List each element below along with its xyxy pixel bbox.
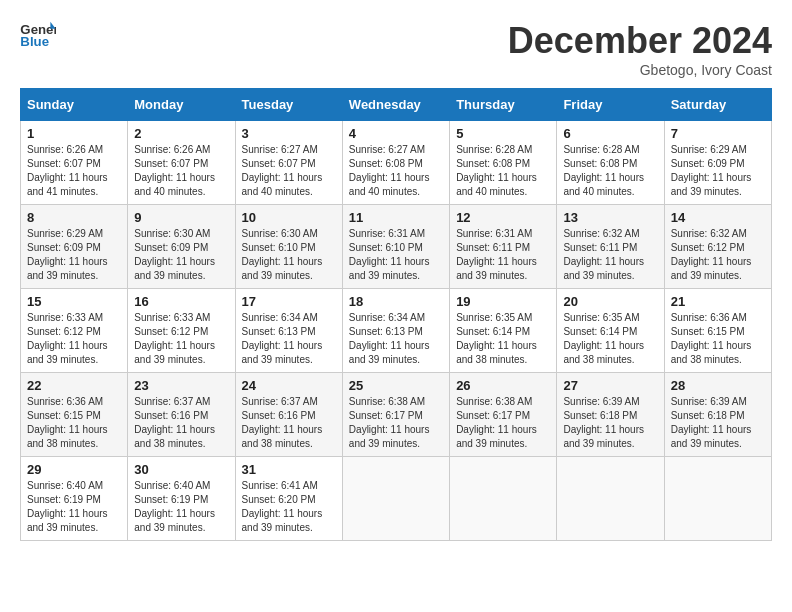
table-row: 20Sunrise: 6:35 AM Sunset: 6:14 PM Dayli…	[557, 289, 664, 373]
day-info: Sunrise: 6:37 AM Sunset: 6:16 PM Dayligh…	[242, 395, 336, 451]
table-row: 28Sunrise: 6:39 AM Sunset: 6:18 PM Dayli…	[664, 373, 771, 457]
col-thursday: Thursday	[450, 89, 557, 121]
day-info: Sunrise: 6:36 AM Sunset: 6:15 PM Dayligh…	[27, 395, 121, 451]
day-info: Sunrise: 6:40 AM Sunset: 6:19 PM Dayligh…	[27, 479, 121, 535]
day-number: 3	[242, 126, 336, 141]
day-number: 20	[563, 294, 657, 309]
table-row: 29Sunrise: 6:40 AM Sunset: 6:19 PM Dayli…	[21, 457, 128, 541]
day-info: Sunrise: 6:27 AM Sunset: 6:07 PM Dayligh…	[242, 143, 336, 199]
day-info: Sunrise: 6:39 AM Sunset: 6:18 PM Dayligh…	[563, 395, 657, 451]
day-number: 17	[242, 294, 336, 309]
table-row: 27Sunrise: 6:39 AM Sunset: 6:18 PM Dayli…	[557, 373, 664, 457]
table-row: 1Sunrise: 6:26 AM Sunset: 6:07 PM Daylig…	[21, 121, 128, 205]
day-number: 14	[671, 210, 765, 225]
table-row: 7Sunrise: 6:29 AM Sunset: 6:09 PM Daylig…	[664, 121, 771, 205]
day-number: 22	[27, 378, 121, 393]
table-row: 6Sunrise: 6:28 AM Sunset: 6:08 PM Daylig…	[557, 121, 664, 205]
day-number: 28	[671, 378, 765, 393]
day-info: Sunrise: 6:39 AM Sunset: 6:18 PM Dayligh…	[671, 395, 765, 451]
day-info: Sunrise: 6:35 AM Sunset: 6:14 PM Dayligh…	[563, 311, 657, 367]
day-info: Sunrise: 6:37 AM Sunset: 6:16 PM Dayligh…	[134, 395, 228, 451]
day-number: 9	[134, 210, 228, 225]
day-info: Sunrise: 6:41 AM Sunset: 6:20 PM Dayligh…	[242, 479, 336, 535]
day-number: 7	[671, 126, 765, 141]
table-row: 31Sunrise: 6:41 AM Sunset: 6:20 PM Dayli…	[235, 457, 342, 541]
day-info: Sunrise: 6:28 AM Sunset: 6:08 PM Dayligh…	[563, 143, 657, 199]
day-number: 10	[242, 210, 336, 225]
col-wednesday: Wednesday	[342, 89, 449, 121]
calendar-table: Sunday Monday Tuesday Wednesday Thursday…	[20, 88, 772, 541]
table-row: 17Sunrise: 6:34 AM Sunset: 6:13 PM Dayli…	[235, 289, 342, 373]
table-row: 2Sunrise: 6:26 AM Sunset: 6:07 PM Daylig…	[128, 121, 235, 205]
day-number: 24	[242, 378, 336, 393]
table-row: 11Sunrise: 6:31 AM Sunset: 6:10 PM Dayli…	[342, 205, 449, 289]
calendar-week-row: 8Sunrise: 6:29 AM Sunset: 6:09 PM Daylig…	[21, 205, 772, 289]
calendar-week-row: 22Sunrise: 6:36 AM Sunset: 6:15 PM Dayli…	[21, 373, 772, 457]
table-row	[450, 457, 557, 541]
table-row: 13Sunrise: 6:32 AM Sunset: 6:11 PM Dayli…	[557, 205, 664, 289]
day-number: 31	[242, 462, 336, 477]
logo: General Blue	[20, 20, 56, 50]
table-row: 12Sunrise: 6:31 AM Sunset: 6:11 PM Dayli…	[450, 205, 557, 289]
day-info: Sunrise: 6:29 AM Sunset: 6:09 PM Dayligh…	[27, 227, 121, 283]
table-row	[664, 457, 771, 541]
calendar-week-row: 15Sunrise: 6:33 AM Sunset: 6:12 PM Dayli…	[21, 289, 772, 373]
day-number: 18	[349, 294, 443, 309]
calendar-week-row: 29Sunrise: 6:40 AM Sunset: 6:19 PM Dayli…	[21, 457, 772, 541]
table-row: 16Sunrise: 6:33 AM Sunset: 6:12 PM Dayli…	[128, 289, 235, 373]
day-number: 2	[134, 126, 228, 141]
table-row	[557, 457, 664, 541]
day-number: 26	[456, 378, 550, 393]
calendar-week-row: 1Sunrise: 6:26 AM Sunset: 6:07 PM Daylig…	[21, 121, 772, 205]
day-info: Sunrise: 6:31 AM Sunset: 6:10 PM Dayligh…	[349, 227, 443, 283]
table-row: 15Sunrise: 6:33 AM Sunset: 6:12 PM Dayli…	[21, 289, 128, 373]
location: Gbetogo, Ivory Coast	[508, 62, 772, 78]
day-info: Sunrise: 6:38 AM Sunset: 6:17 PM Dayligh…	[456, 395, 550, 451]
col-sunday: Sunday	[21, 89, 128, 121]
day-number: 6	[563, 126, 657, 141]
title-area: December 2024 Gbetogo, Ivory Coast	[508, 20, 772, 78]
day-number: 5	[456, 126, 550, 141]
day-number: 15	[27, 294, 121, 309]
col-friday: Friday	[557, 89, 664, 121]
day-number: 16	[134, 294, 228, 309]
day-number: 25	[349, 378, 443, 393]
day-info: Sunrise: 6:26 AM Sunset: 6:07 PM Dayligh…	[134, 143, 228, 199]
month-title: December 2024	[508, 20, 772, 62]
day-info: Sunrise: 6:32 AM Sunset: 6:12 PM Dayligh…	[671, 227, 765, 283]
table-row: 30Sunrise: 6:40 AM Sunset: 6:19 PM Dayli…	[128, 457, 235, 541]
day-info: Sunrise: 6:35 AM Sunset: 6:14 PM Dayligh…	[456, 311, 550, 367]
day-number: 30	[134, 462, 228, 477]
day-info: Sunrise: 6:38 AM Sunset: 6:17 PM Dayligh…	[349, 395, 443, 451]
day-number: 11	[349, 210, 443, 225]
day-info: Sunrise: 6:26 AM Sunset: 6:07 PM Dayligh…	[27, 143, 121, 199]
day-number: 4	[349, 126, 443, 141]
day-number: 27	[563, 378, 657, 393]
logo-icon: General Blue	[20, 20, 56, 50]
day-number: 1	[27, 126, 121, 141]
table-row: 26Sunrise: 6:38 AM Sunset: 6:17 PM Dayli…	[450, 373, 557, 457]
day-number: 21	[671, 294, 765, 309]
day-info: Sunrise: 6:31 AM Sunset: 6:11 PM Dayligh…	[456, 227, 550, 283]
day-number: 19	[456, 294, 550, 309]
day-info: Sunrise: 6:32 AM Sunset: 6:11 PM Dayligh…	[563, 227, 657, 283]
day-info: Sunrise: 6:30 AM Sunset: 6:09 PM Dayligh…	[134, 227, 228, 283]
table-row: 4Sunrise: 6:27 AM Sunset: 6:08 PM Daylig…	[342, 121, 449, 205]
table-row: 8Sunrise: 6:29 AM Sunset: 6:09 PM Daylig…	[21, 205, 128, 289]
page-header: General Blue December 2024 Gbetogo, Ivor…	[20, 20, 772, 78]
col-monday: Monday	[128, 89, 235, 121]
day-info: Sunrise: 6:30 AM Sunset: 6:10 PM Dayligh…	[242, 227, 336, 283]
day-info: Sunrise: 6:34 AM Sunset: 6:13 PM Dayligh…	[349, 311, 443, 367]
day-number: 29	[27, 462, 121, 477]
day-info: Sunrise: 6:33 AM Sunset: 6:12 PM Dayligh…	[134, 311, 228, 367]
table-row: 19Sunrise: 6:35 AM Sunset: 6:14 PM Dayli…	[450, 289, 557, 373]
table-row: 24Sunrise: 6:37 AM Sunset: 6:16 PM Dayli…	[235, 373, 342, 457]
table-row: 21Sunrise: 6:36 AM Sunset: 6:15 PM Dayli…	[664, 289, 771, 373]
table-row: 9Sunrise: 6:30 AM Sunset: 6:09 PM Daylig…	[128, 205, 235, 289]
table-row: 3Sunrise: 6:27 AM Sunset: 6:07 PM Daylig…	[235, 121, 342, 205]
day-number: 8	[27, 210, 121, 225]
day-number: 12	[456, 210, 550, 225]
day-info: Sunrise: 6:40 AM Sunset: 6:19 PM Dayligh…	[134, 479, 228, 535]
table-row	[342, 457, 449, 541]
table-row: 18Sunrise: 6:34 AM Sunset: 6:13 PM Dayli…	[342, 289, 449, 373]
